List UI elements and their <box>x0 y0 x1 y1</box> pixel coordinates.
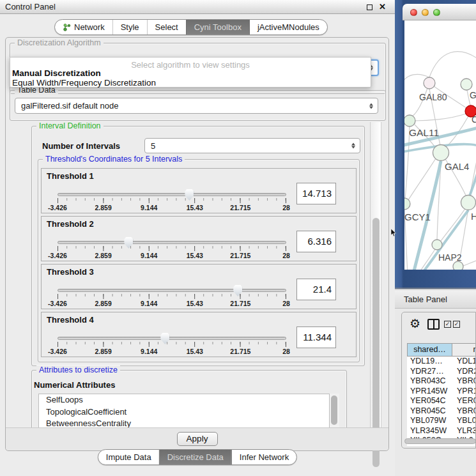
split-columns-icon[interactable] <box>427 319 440 330</box>
node-label: GAL4 <box>445 161 469 172</box>
gear-icon[interactable]: ⚙ <box>410 316 420 331</box>
list-item[interactable]: SelfLoops <box>39 394 329 406</box>
threshold-4-slider[interactable] <box>58 337 286 340</box>
table-row[interactable]: YPR145WYPR1 <box>407 387 476 397</box>
tab-discretize-data[interactable]: Discretize Data <box>159 450 231 464</box>
numerical-attributes-label: Numerical Attributes <box>34 380 115 390</box>
threshold-2-label: Threshold 2 <box>47 219 94 229</box>
node-hap2[interactable] <box>432 240 442 250</box>
thresholds-group-title: Threshold's Coordinates for 5 Intervals <box>43 155 185 164</box>
table-horizontal-scrollbar[interactable] <box>404 438 476 444</box>
node-gal4[interactable] <box>433 145 449 161</box>
table-row[interactable]: YER054CYER0 <box>407 396 476 406</box>
threshold-3-slider[interactable] <box>58 289 286 292</box>
network-window-titlebar[interactable] <box>403 4 476 20</box>
tick-label: 2.859 <box>95 252 111 259</box>
panel-scrollbar[interactable] <box>370 122 381 427</box>
combo-arrows-icon <box>351 143 355 149</box>
table-row[interactable]: YBL079WYBL0 <box>407 416 476 426</box>
divider <box>395 288 476 289</box>
table-row[interactable]: YDR27…YDR2 <box>407 367 476 377</box>
checkbox-icon[interactable]: ✓ <box>453 321 460 328</box>
tick-label: 15.43 <box>187 300 203 307</box>
apply-button[interactable]: Apply <box>177 432 218 446</box>
tab-impute-data[interactable]: Impute Data <box>98 450 159 464</box>
table-data-combo[interactable]: galFiltered.sif default node <box>15 98 378 114</box>
table-row[interactable]: YDL19…YDL1 <box>407 357 476 367</box>
table-row[interactable]: YBR045CYBR0 <box>407 406 476 417</box>
network-icon <box>63 23 71 31</box>
tick-label: -3.426 <box>48 252 67 259</box>
tick-label: 2.859 <box>95 348 111 355</box>
tick-label: 9.144 <box>141 348 157 355</box>
close-icon[interactable]: ✕ <box>379 0 386 14</box>
minimize-traffic-light-icon[interactable] <box>422 9 429 16</box>
close-traffic-light-icon[interactable] <box>410 9 417 16</box>
control-panel-window: Control Panel ✕ Network Style Select Cyn… <box>0 0 395 476</box>
node-label: GAL11 <box>409 127 439 138</box>
threshold-4-panel: Threshold 4 -3.426 2.859 9.144 15.43 21.… <box>41 312 357 357</box>
node-attribute-table: shared… na YDL19…YDL1 YDR27…YDR2 YBR043C… <box>407 343 476 446</box>
window-title: Control Panel <box>5 2 56 12</box>
threshold-4-value-field[interactable]: 11.344 <box>296 326 336 348</box>
threshold-2-slider[interactable] <box>58 241 286 244</box>
column-header-shared-name[interactable]: shared… <box>407 343 452 357</box>
tick-label: 15.43 <box>187 348 203 355</box>
checkbox-icon[interactable]: ✓ <box>444 321 451 328</box>
num-intervals-combo[interactable]: 5 <box>144 138 360 153</box>
network-view-window: GAL80 G C GAL11 GAL4 GCY1 H HAP2 <box>395 0 476 289</box>
tick-label: -3.426 <box>48 204 67 211</box>
tick-label: 28 <box>282 348 290 355</box>
node-gal80[interactable] <box>424 77 435 89</box>
tick-label: 28 <box>282 252 290 259</box>
control-panel-titlebar[interactable]: Control Panel ✕ <box>0 0 395 14</box>
node-h[interactable] <box>461 196 476 210</box>
threshold-4-label: Threshold 4 <box>47 315 94 325</box>
table-panel-body: ⚙ ✓ ✓ shared… na YDL19…YDL1 YDR27…YDR2 Y… <box>401 312 476 449</box>
num-intervals-label: Number of Intervals <box>42 141 120 151</box>
num-intervals-value: 5 <box>151 139 155 153</box>
table-header-row: shared… na <box>407 343 476 357</box>
table-row[interactable]: YLR345WYLR3 <box>407 426 476 436</box>
threshold-1-slider[interactable] <box>58 193 286 196</box>
node-gcy1[interactable] <box>404 198 410 210</box>
list-scrollbar[interactable] <box>330 394 339 429</box>
algorithm-dropdown-popup: Select algorithm to view settings Manual… <box>10 57 371 88</box>
tab-cyni-toolbox[interactable]: Cyni Toolbox <box>186 20 249 35</box>
list-item[interactable]: TopologicalCoefficient <box>39 406 329 418</box>
column-header-name[interactable]: na <box>452 343 476 357</box>
tab-infer-network[interactable]: Infer Network <box>231 450 296 464</box>
table-panel-title: Table Panel <box>404 295 447 304</box>
network-canvas[interactable]: GAL80 G C GAL11 GAL4 GCY1 H HAP2 <box>404 20 476 270</box>
dropdown-option-equal-width[interactable]: Equal Width/Frequency Discretization <box>12 78 156 88</box>
slider-ticks <box>58 198 286 203</box>
threshold-3-value-field[interactable]: 21.4 <box>296 279 336 300</box>
tab-style[interactable]: Style <box>112 20 147 35</box>
tick-label: 21.715 <box>230 204 250 211</box>
node-gal11[interactable] <box>404 115 415 127</box>
table-panel-titlebar[interactable]: Table Panel <box>395 291 476 309</box>
tab-jactivemnodules[interactable]: jActiveMNodules <box>249 20 327 35</box>
tick-label: 21.715 <box>230 348 250 355</box>
node-label: GCY1 <box>404 211 431 222</box>
numerical-attributes-list[interactable]: SelfLoops TopologicalCoefficient Between… <box>38 394 330 429</box>
tick-label: 9.144 <box>141 204 157 211</box>
tick-label: 28 <box>282 204 290 211</box>
threshold-2-value-field[interactable]: 6.316 <box>296 231 336 252</box>
table-row[interactable]: YBR043CYBR0 <box>407 376 476 387</box>
node-label: HAP2 <box>438 252 462 263</box>
node-g[interactable] <box>461 79 472 90</box>
tick-label: 2.859 <box>95 300 111 307</box>
tab-network[interactable]: Network <box>55 20 112 35</box>
settings-scroll-area: Interval Definition Number of Intervals … <box>10 121 370 429</box>
list-scrollbar-thumb[interactable] <box>331 395 337 425</box>
threshold-1-value-field[interactable]: 14.713 <box>296 183 336 204</box>
zoom-traffic-light-icon[interactable] <box>433 9 440 16</box>
dropdown-option-manual[interactable]: Manual Discretization <box>12 68 101 78</box>
tab-select[interactable]: Select <box>147 20 186 35</box>
interval-definition-title: Interval Definition <box>36 121 104 131</box>
threshold-1-panel: Threshold 1 -3.426 2.859 9.144 15.43 21.… <box>41 168 357 213</box>
algorithm-group-title: Discretization Algorithm <box>15 38 104 48</box>
float-window-icon[interactable] <box>367 4 372 10</box>
threshold-3-label: Threshold 3 <box>47 267 94 277</box>
